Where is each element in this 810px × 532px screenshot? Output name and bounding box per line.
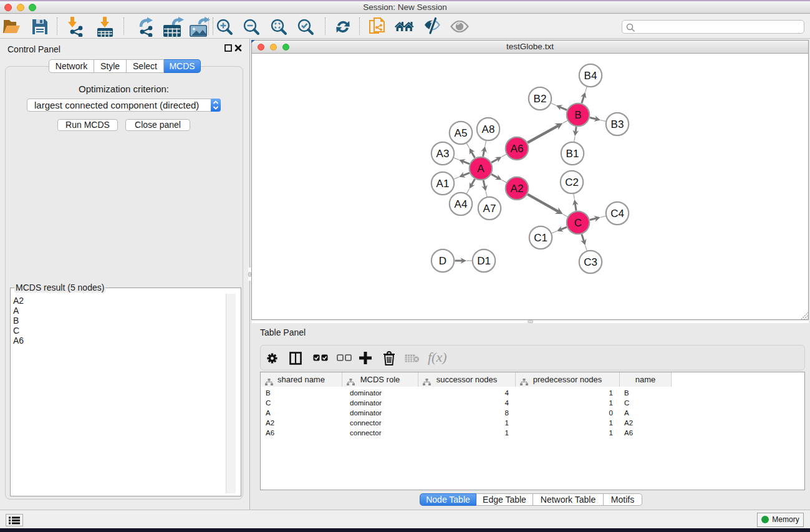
svg-text:B3: B3: [611, 118, 624, 130]
svg-text:C1: C1: [534, 232, 547, 244]
svg-text:C4: C4: [610, 208, 624, 220]
svg-text:A5: A5: [455, 127, 468, 139]
svg-text:A2: A2: [511, 183, 524, 195]
svg-text:A7: A7: [483, 203, 496, 215]
svg-text:D1: D1: [477, 255, 491, 267]
svg-text:A: A: [477, 163, 485, 175]
svg-text:A3: A3: [436, 148, 450, 160]
svg-text:B1: B1: [566, 148, 579, 160]
svg-text:A1: A1: [436, 178, 450, 190]
svg-text:C: C: [574, 217, 582, 229]
svg-text:B4: B4: [584, 70, 597, 82]
svg-text:A4: A4: [455, 198, 468, 210]
svg-text:C3: C3: [584, 256, 597, 268]
svg-text:D: D: [439, 255, 446, 267]
svg-text:B2: B2: [534, 93, 547, 105]
svg-text:C2: C2: [565, 177, 579, 188]
svg-text:A8: A8: [482, 123, 495, 135]
svg-text:B: B: [574, 109, 581, 121]
svg-text:A6: A6: [511, 143, 524, 155]
